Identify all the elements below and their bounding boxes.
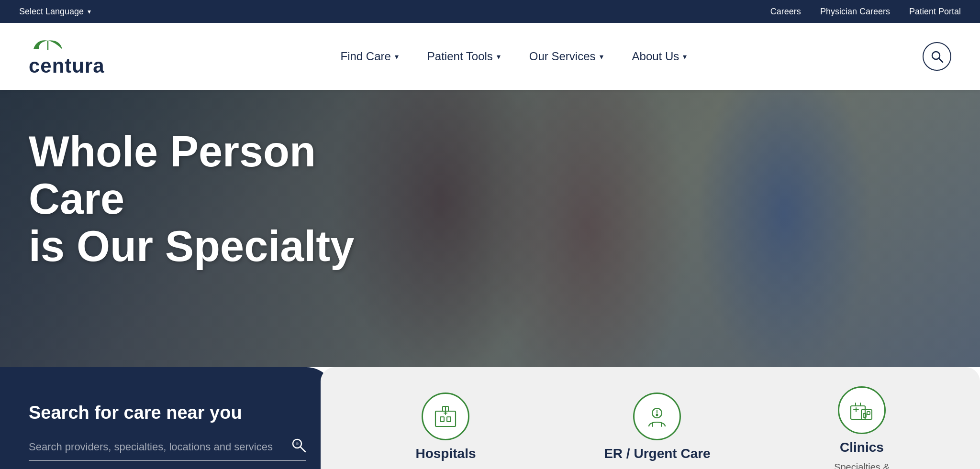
er-title: ER / Urgent Care (604, 446, 711, 461)
hero-content: Whole Person Care is Our Specialty (29, 128, 412, 270)
search-panel: Search for care near you (0, 367, 335, 469)
nav-our-services[interactable]: Our Services ▾ (529, 50, 603, 63)
svg-point-14 (657, 414, 658, 416)
search-input-row (29, 437, 306, 461)
top-bar-links: Careers Physician Careers Patient Portal (770, 7, 961, 17)
language-chevron-icon: ▾ (88, 8, 91, 15)
find-care-chevron-icon: ▾ (395, 52, 399, 61)
top-bar: Select Language ▾ Careers Physician Care… (0, 0, 980, 23)
er-icon (643, 403, 671, 430)
patient-tools-chevron-icon: ▾ (497, 52, 501, 61)
our-services-chevron-icon: ▾ (600, 52, 603, 61)
svg-rect-6 (440, 417, 444, 422)
search-panel-title: Search for care near you (29, 403, 306, 423)
main-nav: centura Find Care ▾ Patient Tools ▾ Our … (0, 23, 980, 90)
clinics-subtitle: Specialties &Scheduling (834, 461, 890, 469)
logo-icon (29, 36, 67, 53)
search-submit-icon (291, 437, 306, 453)
svg-line-3 (301, 447, 305, 452)
bottom-panel: Search for care near you (0, 367, 980, 469)
svg-rect-22 (867, 412, 870, 414)
hospitals-icon (432, 403, 459, 430)
logo-text: centura (29, 55, 105, 77)
hero-section: Whole Person Care is Our Specialty (0, 90, 980, 367)
hero-title: Whole Person Care is Our Specialty (29, 128, 412, 270)
hospitals-icon-circle (422, 393, 469, 440)
patient-portal-link[interactable]: Patient Portal (909, 7, 961, 17)
svg-point-4 (296, 442, 299, 445)
care-options-panel: Hospitals Care & Services ER / Urgent Ca… (321, 367, 980, 469)
er-subtitle: Locations & Details (616, 467, 698, 469)
clinics-icon (848, 396, 876, 424)
nav-find-care[interactable]: Find Care ▾ (340, 50, 398, 63)
careers-link[interactable]: Careers (770, 7, 801, 17)
language-selector[interactable]: Select Language ▾ (19, 7, 91, 17)
clinics-title: Clinics (840, 440, 884, 455)
about-us-chevron-icon: ▾ (683, 52, 687, 61)
search-icon (930, 50, 944, 63)
hospitals-title: Hospitals (415, 446, 476, 461)
search-input[interactable] (29, 441, 285, 453)
hospitals-subtitle: Care & Services (411, 467, 480, 469)
care-icons-row: Hospitals Care & Services ER / Urgent Ca… (321, 367, 980, 469)
search-submit-button[interactable] (291, 437, 306, 456)
nav-links: Find Care ▾ Patient Tools ▾ Our Services… (340, 50, 687, 63)
nav-patient-tools[interactable]: Patient Tools ▾ (427, 50, 501, 63)
er-icon-circle (633, 393, 681, 440)
search-button[interactable] (923, 42, 951, 71)
clinics-icon-circle (838, 386, 886, 434)
care-item-clinics[interactable]: Clinics Specialties &Scheduling (834, 386, 890, 469)
care-item-hospitals[interactable]: Hospitals Care & Services (411, 393, 480, 469)
language-label: Select Language (19, 7, 84, 17)
svg-line-1 (939, 58, 943, 62)
physician-careers-link[interactable]: Physician Careers (820, 7, 890, 17)
svg-rect-7 (447, 417, 451, 422)
logo[interactable]: centura (29, 36, 105, 77)
nav-about-us[interactable]: About Us ▾ (632, 50, 687, 63)
care-item-er[interactable]: ER / Urgent Care Locations & Details (604, 393, 711, 469)
